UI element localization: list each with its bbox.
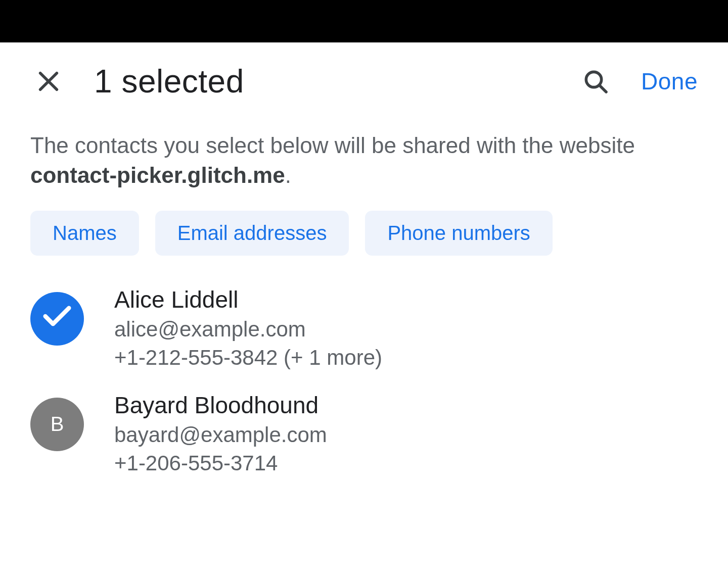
contact-name: Bayard Bloodhound (114, 391, 327, 421)
avatar-initial: B (30, 398, 84, 451)
close-icon (34, 67, 63, 95)
search-button[interactable] (577, 63, 614, 100)
notice-suffix: . (285, 163, 291, 187)
search-icon (581, 67, 610, 95)
contact-row[interactable]: Alice Liddell alice@example.com +1-212-5… (0, 276, 728, 381)
chip-phone[interactable]: Phone numbers (365, 211, 552, 256)
property-chips: Names Email addresses Phone numbers (0, 211, 728, 276)
avatar-selected (30, 292, 84, 346)
done-button[interactable]: Done (641, 68, 698, 95)
close-button[interactable] (30, 63, 67, 100)
contact-email: bayard@example.com (114, 421, 327, 450)
notice-site: contact-picker.glitch.me (30, 163, 285, 187)
contact-row[interactable]: B Bayard Bloodhound bayard@example.com +… (0, 381, 728, 487)
notice-prefix: The contacts you select below will be sh… (30, 133, 635, 158)
status-bar (0, 0, 728, 42)
chip-names[interactable]: Names (30, 211, 139, 256)
contact-phone: +1-212-555-3842 (+ 1 more) (114, 344, 382, 372)
check-icon (43, 306, 71, 331)
contact-info: Alice Liddell alice@example.com +1-212-5… (114, 285, 382, 372)
page-title: 1 selected (94, 63, 559, 100)
contact-name: Alice Liddell (114, 285, 382, 315)
header: 1 selected Done (0, 42, 728, 115)
svg-line-3 (600, 85, 606, 92)
contact-phone: +1-206-555-3714 (114, 449, 327, 478)
contact-email: alice@example.com (114, 315, 382, 344)
contact-info: Bayard Bloodhound bayard@example.com +1-… (114, 391, 327, 478)
share-notice: The contacts you select below will be sh… (0, 115, 728, 211)
chip-email[interactable]: Email addresses (155, 211, 349, 256)
